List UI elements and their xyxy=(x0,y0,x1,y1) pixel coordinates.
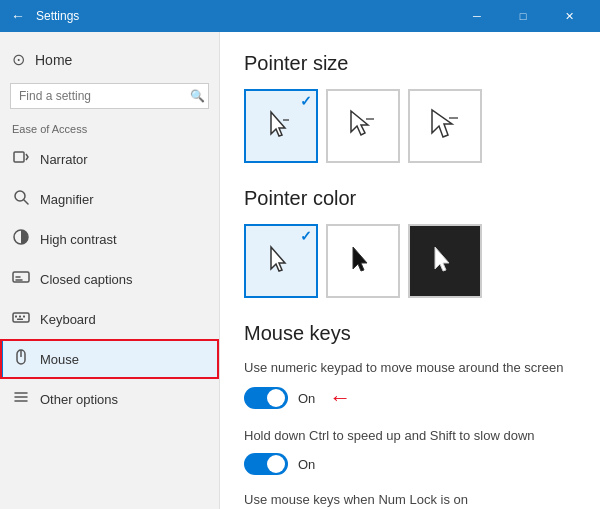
closed-captions-label: Closed captions xyxy=(40,272,133,287)
pointer-color-white[interactable] xyxy=(244,224,318,298)
mouse-keys-desc1: Use numeric keypad to move mouse around … xyxy=(244,359,576,377)
sidebar-item-mouse[interactable]: Mouse xyxy=(0,339,219,379)
home-icon: ⊙ xyxy=(12,50,25,69)
maximize-button[interactable]: □ xyxy=(500,0,546,32)
window-controls: ─ □ ✕ xyxy=(454,0,592,32)
svg-rect-6 xyxy=(19,316,21,318)
high-contrast-label: High contrast xyxy=(40,232,117,247)
magnifier-label: Magnifier xyxy=(40,192,93,207)
search-icon[interactable]: 🔍 xyxy=(190,89,205,103)
content-area: ⊙ Home 🔍 Ease of Access Narrator M xyxy=(0,32,600,509)
sidebar-item-keyboard[interactable]: Keyboard xyxy=(0,299,219,339)
other-options-icon xyxy=(12,388,30,410)
sidebar-home-label: Home xyxy=(35,52,72,68)
sidebar-item-narrator[interactable]: Narrator xyxy=(0,139,219,179)
window-title: Settings xyxy=(36,9,454,23)
pointer-size-title: Pointer size xyxy=(244,52,576,75)
other-options-label: Other options xyxy=(40,392,118,407)
high-contrast-icon xyxy=(12,228,30,250)
arrow-indicator: ← xyxy=(329,385,351,411)
pointer-color-black[interactable] xyxy=(326,224,400,298)
svg-rect-8 xyxy=(17,319,23,321)
toggle-row-1: On ← xyxy=(244,385,576,411)
sidebar-item-magnifier[interactable]: Magnifier xyxy=(0,179,219,219)
mouse-keys-toggle-2[interactable] xyxy=(244,453,288,475)
mouse-keys-title: Mouse keys xyxy=(244,322,576,345)
svg-rect-4 xyxy=(13,313,29,322)
keyboard-label: Keyboard xyxy=(40,312,96,327)
sidebar: ⊙ Home 🔍 Ease of Access Narrator M xyxy=(0,32,220,509)
mouse-label: Mouse xyxy=(40,352,79,367)
toggle-2-label: On xyxy=(298,457,315,472)
pointer-color-options xyxy=(244,224,576,298)
sidebar-item-home[interactable]: ⊙ Home xyxy=(0,42,219,77)
sidebar-item-high-contrast[interactable]: High contrast xyxy=(0,219,219,259)
close-button[interactable]: ✕ xyxy=(546,0,592,32)
narrator-icon xyxy=(12,148,30,170)
keyboard-icon xyxy=(12,308,30,330)
settings-window: ← Settings ─ □ ✕ ⊙ Home 🔍 Ease of Access xyxy=(0,0,600,509)
mouse-keys-section: Mouse keys Use numeric keypad to move mo… xyxy=(244,322,576,509)
section-label: Ease of Access xyxy=(0,115,219,139)
pointer-size-medium[interactable] xyxy=(326,89,400,163)
pointer-color-inverted[interactable] xyxy=(408,224,482,298)
mouse-icon xyxy=(12,348,30,370)
main-panel: Pointer size xyxy=(220,32,600,509)
search-box: 🔍 xyxy=(10,83,209,109)
pointer-size-small[interactable] xyxy=(244,89,318,163)
pointer-color-title: Pointer color xyxy=(244,187,576,210)
mouse-keys-toggle-1[interactable] xyxy=(244,387,288,409)
svg-rect-0 xyxy=(14,152,24,162)
sidebar-item-closed-captions[interactable]: Closed captions xyxy=(0,259,219,299)
pointer-size-options xyxy=(244,89,576,163)
mouse-keys-desc3: Use mouse keys when Num Lock is on xyxy=(244,491,576,509)
magnifier-icon xyxy=(12,188,30,210)
pointer-size-large[interactable] xyxy=(408,89,482,163)
svg-rect-7 xyxy=(23,316,25,318)
closed-captions-icon xyxy=(12,268,30,290)
minimize-button[interactable]: ─ xyxy=(454,0,500,32)
toggle-row-2: On xyxy=(244,453,576,475)
search-input[interactable] xyxy=(10,83,209,109)
sidebar-item-other-options[interactable]: Other options xyxy=(0,379,219,419)
title-bar: ← Settings ─ □ ✕ xyxy=(0,0,600,32)
toggle-1-label: On xyxy=(298,391,315,406)
mouse-keys-desc2: Hold down Ctrl to speed up and Shift to … xyxy=(244,427,576,445)
back-button[interactable]: ← xyxy=(8,6,28,26)
svg-rect-5 xyxy=(15,316,17,318)
narrator-label: Narrator xyxy=(40,152,88,167)
